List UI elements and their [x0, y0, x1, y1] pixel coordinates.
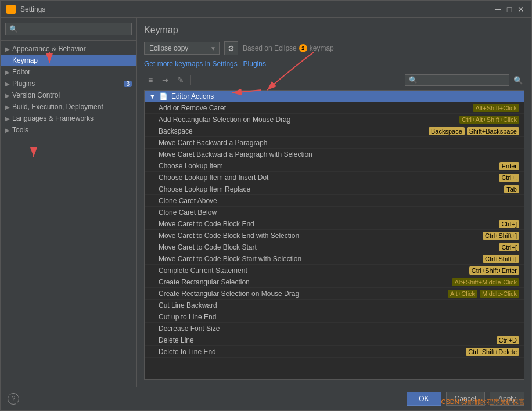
sidebar-item-label: Version Control: [12, 91, 60, 99]
based-on-num-badge: 2: [299, 44, 307, 52]
action-name: Delete to Line End: [159, 348, 466, 356]
action-shortcuts: Ctrl+D: [497, 336, 519, 344]
ok-button[interactable]: OK: [407, 392, 441, 406]
action-row[interactable]: Move Caret to Code Block EndCtrl+]: [145, 218, 524, 230]
sidebar-item-keymap[interactable]: Keymap: [1, 55, 136, 66]
edit-button[interactable]: ✎: [174, 74, 187, 86]
action-shortcuts: Tab: [504, 185, 519, 193]
shortcut-badge: Alt+Shift+Middle-Click: [452, 278, 519, 286]
apply-button[interactable]: Apply: [490, 392, 524, 406]
action-shortcuts: Ctrl+.: [499, 174, 519, 182]
action-shortcuts: Alt+ClickMiddle-Click: [448, 290, 519, 298]
action-row[interactable]: Complete Current StatementCtrl+Shift+Ent…: [145, 265, 524, 276]
sidebar-item-label: Languages & Frameworks: [12, 114, 94, 122]
action-row[interactable]: Cut Line Backward: [145, 300, 524, 311]
plugins-badge: 3: [124, 81, 132, 87]
action-row[interactable]: Choose Lookup Item and Insert DotCtrl+.: [145, 172, 524, 183]
sidebar-item-plugins[interactable]: ▶ Plugins 3: [1, 78, 136, 89]
find-shortcut-button[interactable]: 🔍: [512, 74, 524, 86]
shortcut-badge: Alt+Shift+Click: [473, 104, 519, 112]
sidebar-item-languages[interactable]: ▶ Languages & Frameworks: [1, 113, 136, 124]
expand-arrow-icon: ▶: [5, 127, 10, 134]
get-more-keymaps-link[interactable]: Get more keymaps in Settings: [144, 60, 238, 68]
sidebar-item-build[interactable]: ▶ Build, Execution, Deployment: [1, 101, 136, 113]
action-row[interactable]: Move Caret to Code Block End with Select…: [145, 230, 524, 241]
search-right: 🔍: [405, 74, 524, 86]
action-name: Decrease Font Size: [159, 325, 519, 333]
action-row[interactable]: Add or Remove CaretAlt+Shift+Click: [145, 102, 524, 114]
based-on-label: Based on Eclipse: [243, 44, 297, 52]
shortcut-badge: Ctrl+.: [499, 174, 519, 182]
action-name: Delete Line: [159, 336, 497, 344]
sidebar-item-appearance[interactable]: ▶ Appearance & Behavior: [1, 43, 136, 55]
settings-window: Settings ─ □ ✕ ▶ Appearance & Behavior: [0, 0, 532, 411]
action-row[interactable]: Create Rectangular SelectionAlt+Shift+Mi…: [145, 276, 524, 288]
action-name: Move Caret Backward a Paragraph with Sel…: [159, 150, 519, 158]
align-left-button[interactable]: ≡: [144, 74, 157, 86]
minimize-button[interactable]: ─: [493, 5, 502, 14]
action-row[interactable]: Choose Lookup ItemEnter: [145, 160, 524, 172]
action-row[interactable]: Move Caret to Code Block StartCtrl+[: [145, 241, 524, 253]
help-button[interactable]: ?: [8, 393, 19, 405]
panel-title: Keymap: [144, 25, 524, 35]
title-bar: Settings ─ □ ✕: [1, 1, 531, 18]
action-name: Add Rectangular Selection on Mouse Drag: [159, 116, 459, 124]
sidebar-search-input[interactable]: [5, 23, 132, 35]
action-name: Backspace: [159, 127, 429, 135]
action-shortcuts: Ctrl+Shift+Delete: [466, 348, 519, 356]
cancel-button[interactable]: Cancel: [446, 392, 485, 406]
shortcut-badge: Ctrl+Shift+]: [483, 232, 519, 240]
keymap-select[interactable]: Eclipse copy: [144, 42, 220, 55]
action-row[interactable]: Add Rectangular Selection on Mouse DragC…: [145, 114, 524, 125]
action-row[interactable]: Clone Caret Above: [145, 195, 524, 207]
shortcut-badge: Ctrl+Shift+[: [483, 255, 519, 263]
action-row[interactable]: Clone Caret Below: [145, 207, 524, 218]
shortcut-badge: Ctrl+Shift+Delete: [466, 348, 519, 356]
group-expand-icon: ▼: [149, 93, 156, 100]
action-name: Create Rectangular Selection on Mouse Dr…: [159, 290, 448, 298]
shortcut-badge: Enter: [499, 162, 519, 170]
action-name: Cut up to Line End: [159, 313, 519, 321]
align-right-button[interactable]: ⇥: [159, 74, 172, 86]
action-row[interactable]: Decrease Font Size: [145, 323, 524, 334]
action-row[interactable]: BackspaceBackspaceShift+Backspace: [145, 125, 524, 137]
action-row[interactable]: Move Caret Backward a Paragraph with Sel…: [145, 149, 524, 160]
expand-arrow-icon: ▶: [5, 116, 10, 122]
sidebar-item-version-control[interactable]: ▶ Version Control: [1, 89, 136, 101]
keymap-select-wrap: Eclipse copy ▼: [144, 42, 220, 55]
action-name: Move Caret to Code Block End: [159, 220, 499, 228]
action-row[interactable]: Cut up to Line End: [145, 311, 524, 323]
sidebar-item-editor[interactable]: ▶ Editor: [1, 66, 136, 78]
action-row[interactable]: Move Caret Backward a Paragraph: [145, 137, 524, 149]
action-row[interactable]: Delete LineCtrl+D: [145, 334, 524, 346]
sidebar-item-label: Keymap: [12, 56, 38, 64]
action-name: Move Caret to Code Block Start with Sele…: [159, 255, 483, 263]
close-button[interactable]: ✕: [516, 5, 526, 14]
shortcut-badge: Tab: [504, 185, 519, 193]
shortcut-badge: Ctrl+Shift+Enter: [469, 266, 519, 275]
sidebar-item-label: Tools: [12, 126, 28, 134]
based-on-keymap-label: keymap: [310, 44, 334, 52]
right-panel: Keymap Eclipse copy ▼ ⚙ Based on Eclipse…: [137, 18, 531, 387]
app-icon: [6, 5, 16, 14]
toolbar-separator: [190, 75, 191, 85]
action-row[interactable]: Delete to Line EndCtrl+Shift+Delete: [145, 346, 524, 358]
window-controls: ─ □ ✕: [493, 5, 526, 14]
shortcut-badge: Ctrl+D: [497, 336, 519, 344]
action-name: Clone Caret Above: [159, 197, 519, 205]
action-row[interactable]: Move Caret to Code Block Start with Sele…: [145, 253, 524, 265]
plugins-link[interactable]: Plugins: [243, 60, 266, 68]
sidebar-item-tools[interactable]: ▶ Tools: [1, 124, 136, 136]
sidebar: ▶ Appearance & Behavior Keymap ▶ Editor …: [1, 18, 137, 387]
expand-arrow-icon: ▶: [5, 104, 10, 110]
sidebar-item-label: Build, Execution, Deployment: [12, 103, 103, 111]
gear-button[interactable]: ⚙: [224, 41, 238, 55]
actions-search-input[interactable]: [405, 74, 509, 86]
maximize-button[interactable]: □: [505, 5, 514, 14]
editor-actions-group[interactable]: ▼ 📄 Editor Actions: [145, 91, 524, 102]
action-row[interactable]: Create Rectangular Selection on Mouse Dr…: [145, 288, 524, 300]
action-shortcuts: Alt+Shift+Click: [473, 104, 519, 112]
shortcut-badge: Alt+Click: [448, 290, 477, 298]
action-name: Add or Remove Caret: [159, 104, 473, 112]
action-row[interactable]: Choose Lookup Item ReplaceTab: [145, 183, 524, 195]
